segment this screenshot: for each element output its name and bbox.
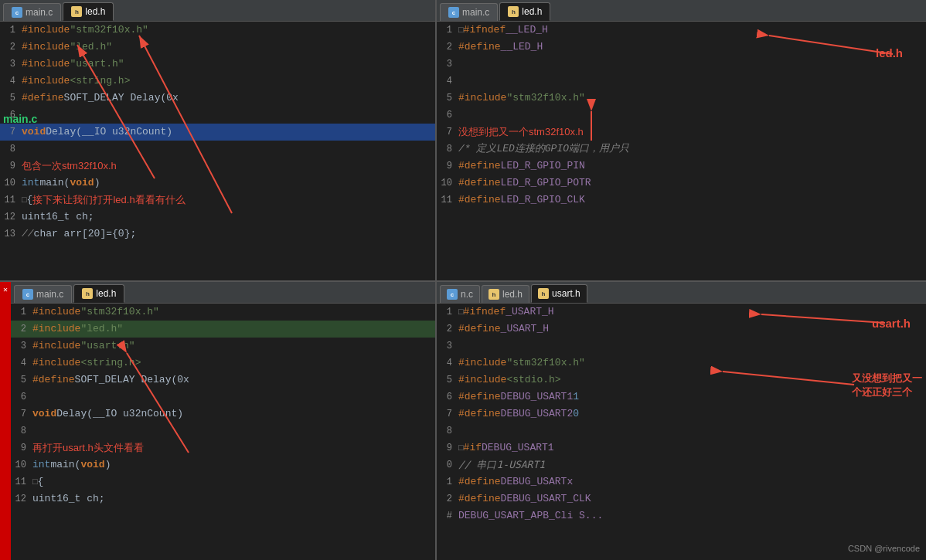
code-line: 3 xyxy=(437,338,926,355)
code-line: 0 // 串口1-USART1 xyxy=(437,456,926,473)
code-line: 7 void Delay(__IO u32 nCount) xyxy=(0,124,435,141)
code-line: 11 □{ xyxy=(11,473,435,490)
code-area-tl[interactable]: 1 #include "stm32f10x.h" 2 #include "led… xyxy=(0,22,435,280)
c-file-icon: c xyxy=(447,289,458,300)
code-line: 1 #include "stm32f10x.h" xyxy=(0,22,435,39)
top-left-panel: c main.c h led.h 1 #include "stm32f10x.h… xyxy=(0,0,437,280)
code-line: 7 void Delay(__IO u32 nCount) xyxy=(11,406,435,423)
top-right-panel: c main.c h led.h 1 □#ifndef __LED_H 2 #d… xyxy=(437,0,926,280)
code-line: 2 #define __LED_H xyxy=(437,39,926,56)
bottom-left-tab-bar: c main.c h led.h xyxy=(11,282,435,304)
bottom-left-panel: ✕ c main.c h led.h 1 xyxy=(0,282,437,560)
code-line: 10 #define LED_R_GPIO_POTR xyxy=(437,175,926,192)
h-file-icon: h xyxy=(489,289,499,300)
tab-label: led.h xyxy=(96,288,116,299)
tab-main-c-tr[interactable]: c main.c xyxy=(440,3,498,21)
code-line: 5 #define SOFT_DELAY Delay(0x xyxy=(11,372,435,389)
tab-led-h-tr[interactable]: h led.h xyxy=(499,2,550,21)
annotation-led-h: led.h xyxy=(876,45,903,62)
tab-label: led.h xyxy=(522,6,542,17)
tab-led-h-tl[interactable]: h led.h xyxy=(63,2,114,21)
code-line: 13 // char arr[20]={0}; xyxy=(0,226,435,243)
code-line: 10 int main(void) xyxy=(0,175,435,192)
code-line: 5 #include "stm32f10x.h" xyxy=(437,90,926,107)
code-line: 8 xyxy=(437,423,926,440)
code-line: 2 #define DEBUG_USART_CLK xyxy=(437,490,926,507)
code-line: 1 #define DEBUG_USARTx xyxy=(437,473,926,490)
annotation-three: 又没想到把又一个还正好三个 xyxy=(852,372,922,399)
code-area-br[interactable]: 1 □#ifndef _USART_H 2 #define _USART_H 3… xyxy=(437,304,926,560)
code-line: 9 □#if DEBUG_USART1 xyxy=(437,440,926,456)
tab-led-h-br[interactable]: h led.h xyxy=(482,285,529,303)
code-line: 6 xyxy=(11,389,435,406)
c-file-icon: c xyxy=(448,7,459,18)
code-line: 2 #include "led.h" xyxy=(11,321,435,338)
code-line: 7 没想到把又一个stm32f10x.h xyxy=(437,124,926,141)
code-line: 1 □#ifndef _USART_H xyxy=(437,304,926,321)
csdn-watermark: CSDN @rivencode xyxy=(848,540,920,557)
code-area-bl[interactable]: 1 #include "stm32f10x.h" 2 #include "led… xyxy=(11,304,435,560)
code-line: 9 包含一次stm32f10x.h xyxy=(0,158,435,175)
tab-label: led.h xyxy=(502,289,523,300)
bottom-right-tab-bar: c n.c h led.h h usart.h xyxy=(437,282,926,304)
code-line: 4 #include <string.h> xyxy=(0,73,435,90)
code-line: 8 xyxy=(11,423,435,440)
code-line: 10 int main(void) xyxy=(11,456,435,473)
top-left-tab-bar: c main.c h led.h xyxy=(0,0,435,22)
bottom-right-panel: c n.c h led.h h usart.h 1 □#ifndef _USAR… xyxy=(437,282,926,560)
code-line: 1 □#ifndef __LED_H xyxy=(437,22,926,39)
code-line: 2 #define _USART_H xyxy=(437,321,926,338)
tab-label: main.c xyxy=(462,7,489,18)
code-line: 4 #include <string.h> xyxy=(11,355,435,372)
close-indicator[interactable]: ✕ xyxy=(0,282,11,560)
c-file-icon: c xyxy=(22,289,33,300)
code-line: 6 xyxy=(0,107,435,124)
tab-main-c-tl[interactable]: c main.c xyxy=(3,3,61,21)
code-line: 3 #include "usart.h" xyxy=(11,338,435,355)
code-line: 6 xyxy=(437,107,926,124)
tab-label: usart.h xyxy=(552,288,580,299)
code-line: 2 #include "led.h" xyxy=(0,39,435,56)
tab-led-h-bl[interactable]: h led.h xyxy=(73,284,124,303)
h-file-icon: h xyxy=(82,288,93,299)
tab-label: main.c xyxy=(26,7,53,18)
c-file-icon: c xyxy=(12,7,22,18)
h-file-icon: h xyxy=(508,6,519,17)
code-line: 8 xyxy=(0,141,435,158)
h-file-icon: h xyxy=(71,6,82,17)
tab-label: led.h xyxy=(85,6,105,17)
code-line: 12 uint16_t ch; xyxy=(0,209,435,226)
code-line: 4 #include "stm32f10x.h" xyxy=(437,355,926,372)
annotation-usart-h: usart.h xyxy=(872,315,911,332)
code-line: 5 #define SOFT_DELAY Delay(0x xyxy=(0,90,435,107)
code-line: 9 #define LED_R_GPIO_PIN xyxy=(437,158,926,175)
code-line: 12 uint16_t ch; xyxy=(11,490,435,507)
code-line: 7 #define DEBUG_USART2 0 xyxy=(437,406,926,423)
tab-label: n.c xyxy=(461,289,473,300)
tab-n-c-br[interactable]: c n.c xyxy=(440,285,480,303)
code-line: 11 □{ 接下来让我们打开led.h看看有什么 xyxy=(0,192,435,209)
h-file-icon: h xyxy=(538,288,549,299)
x-icon: ✕ xyxy=(3,285,8,294)
code-area-tr[interactable]: 1 □#ifndef __LED_H 2 #define __LED_H 3 4 xyxy=(437,22,926,280)
code-line: 8 /* 定义LED连接的GPIO端口，用户只 xyxy=(437,141,926,158)
code-line: # DEBUG_USART_APB_Cli S... xyxy=(437,507,926,524)
code-line: 11 #define LED_R_GPIO_CLK xyxy=(437,192,926,209)
annotation-main-c: main.c xyxy=(3,110,37,127)
tab-usart-h-br[interactable]: h usart.h xyxy=(531,284,587,303)
top-right-tab-bar: c main.c h led.h xyxy=(437,0,926,22)
code-line: 9 再打开usart.h头文件看看 xyxy=(11,440,435,456)
tab-label: main.c xyxy=(36,289,63,300)
code-line: 3 xyxy=(437,56,926,73)
tab-main-c-bl[interactable]: c main.c xyxy=(14,285,72,303)
code-line: 4 xyxy=(437,73,926,90)
code-line: 1 #include "stm32f10x.h" xyxy=(11,304,435,321)
code-line: 3 #include "usart.h" xyxy=(0,56,435,73)
